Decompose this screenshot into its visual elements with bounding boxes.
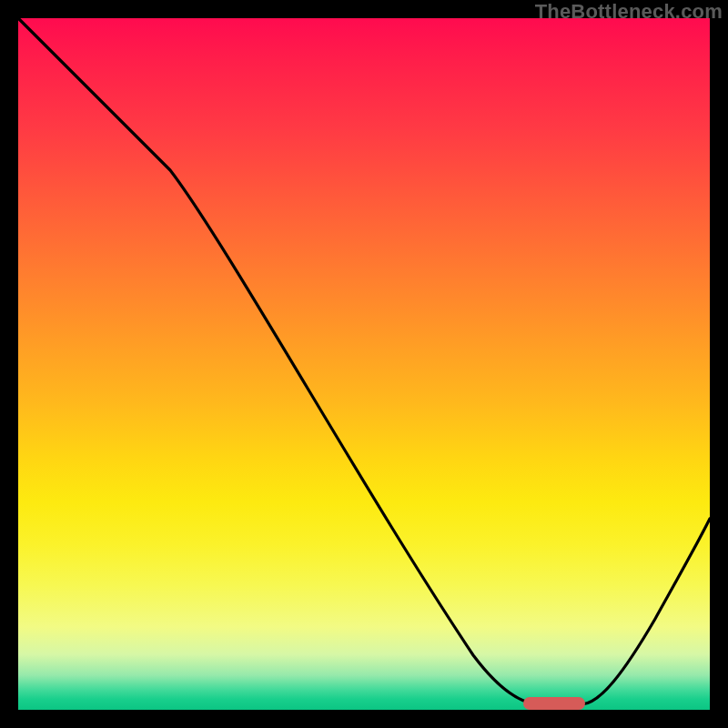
chart-frame: TheBottleneck.com	[0, 0, 728, 728]
optimal-range-marker	[523, 697, 585, 710]
plot-area	[18, 18, 710, 710]
bottleneck-curve	[18, 18, 710, 704]
watermark-text: TheBottleneck.com	[535, 0, 723, 24]
plot-svg	[18, 18, 710, 710]
